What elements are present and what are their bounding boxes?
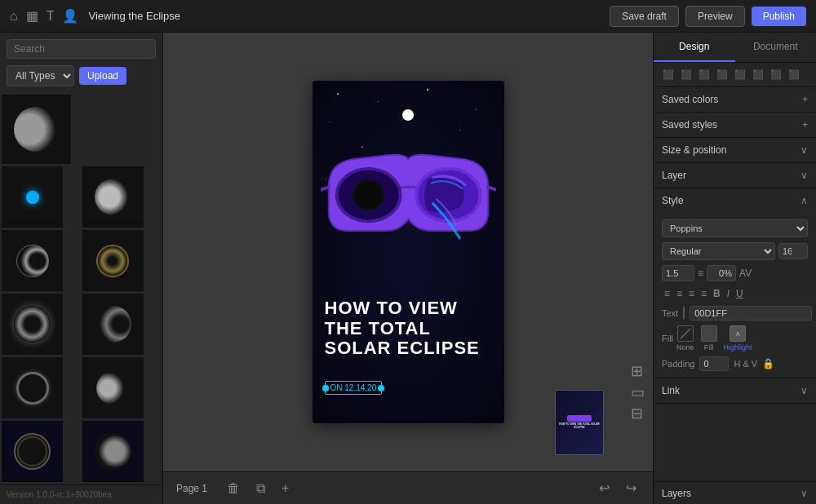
link-header[interactable]: Link ∨ (654, 378, 816, 403)
align-left-icon[interactable]: ⬛ (660, 68, 676, 82)
text-color-label: Text (662, 308, 678, 318)
media-thumb-10[interactable] (2, 421, 63, 482)
align-right-icon[interactable]: ⬛ (696, 68, 712, 82)
media-thumb-8[interactable] (2, 357, 63, 418)
align-center-h-icon[interactable]: ⬛ (678, 68, 694, 82)
media-thumb-7[interactable] (82, 294, 144, 355)
redo-icon[interactable]: ↪ (623, 479, 640, 497)
style-content: Poppins Regular ≡ AV (654, 213, 816, 378)
layers-collapse-icon[interactable]: ∨ (800, 488, 808, 499)
layer-title: Layer (662, 170, 686, 181)
saved-styles-header[interactable]: Saved styles + (654, 113, 816, 137)
style-header[interactable]: Style ∧ (654, 188, 816, 213)
layer-collapse-icon[interactable]: ∨ (800, 170, 808, 181)
padding-lock-icon[interactable]: 🔒 (762, 358, 774, 369)
search-input[interactable] (7, 39, 156, 59)
single-view-icon[interactable]: ▭ (631, 383, 645, 401)
person-icon[interactable]: 👤 (62, 8, 78, 24)
layer-header[interactable]: Layer ∨ (654, 163, 816, 188)
padding-input[interactable] (699, 356, 729, 371)
home-icon[interactable]: ⌂ (10, 9, 18, 24)
tab-design[interactable]: Design (654, 33, 735, 62)
page-thumbnail[interactable]: HOW TO VIEW THE TOTAL SOLAR ECLIPSE (555, 390, 604, 455)
font-weight-select[interactable]: Regular (662, 242, 775, 260)
text-align-right-icon[interactable]: ≡ (686, 286, 697, 301)
media-thumb-2[interactable] (2, 166, 63, 228)
preview-button[interactable]: Preview (685, 6, 745, 27)
undo-icon[interactable]: ↩ (596, 479, 613, 497)
italic-icon[interactable]: I (725, 286, 732, 301)
layers-bar: Layers ∨ (654, 481, 816, 504)
fill-none-swatch[interactable] (677, 325, 694, 342)
text-align-center-icon[interactable]: ≡ (674, 286, 685, 301)
type-filter-select[interactable]: All Types (7, 65, 74, 86)
date-handle-left[interactable] (322, 385, 329, 391)
bold-icon[interactable]: B (711, 286, 723, 301)
text-align-left-icon[interactable]: ≡ (662, 286, 672, 301)
grid-icon[interactable]: ▦ (26, 8, 38, 24)
size-position-collapse-icon[interactable]: ∨ (800, 144, 808, 156)
text-color-hex-input[interactable] (690, 306, 812, 321)
distribute-h-icon[interactable]: ⬛ (768, 68, 784, 82)
canvas-card[interactable]: HOW TO VIEW THE TOTAL SOLAR ECLIPSE ON 1… (313, 81, 504, 423)
style-collapse-icon[interactable]: ∧ (800, 195, 808, 206)
fill-highlight-swatch[interactable]: A (730, 325, 746, 342)
fill-highlight-option[interactable]: A Highlight (724, 325, 752, 351)
align-bottom-icon[interactable]: ⬛ (750, 68, 766, 82)
fill-highlight-label: Highlight (724, 343, 752, 351)
fill-none-label: None (676, 343, 694, 351)
media-thumb-1[interactable] (2, 95, 71, 164)
svg-point-3 (354, 181, 383, 210)
view-icons: ⊞ ▭ ⊟ (631, 362, 645, 422)
distribute-v-icon[interactable]: ⬛ (786, 68, 802, 82)
hv-label: H & V (734, 359, 757, 369)
media-thumb-5[interactable] (82, 230, 144, 291)
canvas-area[interactable]: HOW TO VIEW THE TOTAL SOLAR ECLIPSE ON 1… (163, 33, 653, 504)
media-thumb-3[interactable] (82, 166, 144, 228)
underline-icon[interactable]: U (734, 286, 746, 301)
font-size-input[interactable] (778, 243, 808, 259)
fill-solid-option[interactable]: Fill (701, 325, 717, 351)
fill-none-option[interactable]: None (676, 325, 694, 351)
link-expand-icon[interactable]: ∨ (800, 385, 808, 396)
delete-page-icon[interactable]: 🗑 (224, 480, 243, 497)
align-top-icon[interactable]: ⬛ (714, 68, 730, 82)
grid-view-icon[interactable]: ⊞ (631, 362, 645, 380)
top-bar-right: Save draft Preview Publish (610, 6, 806, 27)
media-thumb-9[interactable] (82, 357, 144, 418)
letter-spacing-input[interactable] (707, 265, 736, 281)
add-page-icon[interactable]: + (278, 480, 292, 497)
list-view-icon[interactable]: ⊟ (631, 405, 645, 422)
font-family-select[interactable]: Poppins (662, 219, 808, 237)
add-saved-color-icon[interactable]: + (802, 94, 808, 105)
date-handle-right[interactable] (378, 385, 384, 391)
saved-colors-title: Saved colors (662, 94, 718, 105)
text-color-swatch[interactable] (683, 307, 685, 320)
fill-solid-swatch[interactable] (701, 325, 717, 342)
line-height-icon: ≡ (698, 267, 703, 279)
add-saved-style-icon[interactable]: + (802, 119, 808, 130)
saved-colors-header[interactable]: Saved colors + (654, 87, 816, 112)
save-draft-button[interactable]: Save draft (610, 6, 679, 27)
size-position-header[interactable]: Size & position ∨ (654, 138, 816, 162)
layer-section: Layer ∨ (654, 163, 816, 188)
canvas-date-badge[interactable]: ON 12.14.20 (325, 381, 383, 395)
media-thumb-4[interactable] (2, 230, 63, 291)
media-thumb-11[interactable] (82, 421, 144, 482)
line-height-input[interactable] (662, 265, 694, 281)
line-height-row: ≡ AV (662, 265, 808, 281)
style-title: Style (662, 195, 684, 206)
type-icon[interactable]: T (47, 9, 55, 24)
padding-label: Padding (662, 359, 694, 369)
publish-button[interactable]: Publish (752, 7, 806, 26)
tab-document[interactable]: Document (735, 33, 817, 62)
canvas-title-line1: HOW TO VIEW (325, 298, 492, 318)
canvas-title-text: HOW TO VIEW THE TOTAL SOLAR ECLIPSE (325, 298, 492, 358)
upload-button[interactable]: Upload (79, 67, 126, 85)
duplicate-page-icon[interactable]: ⧉ (253, 480, 268, 497)
size-position-section: Size & position ∨ (654, 138, 816, 163)
text-align-justify-icon[interactable]: ≡ (698, 286, 709, 301)
right-sidebar: Design Document ⬛ ⬛ ⬛ ⬛ ⬛ ⬛ ⬛ ⬛ Saved co… (653, 33, 816, 504)
align-middle-icon[interactable]: ⬛ (732, 68, 748, 82)
media-thumb-6[interactable] (2, 294, 63, 355)
